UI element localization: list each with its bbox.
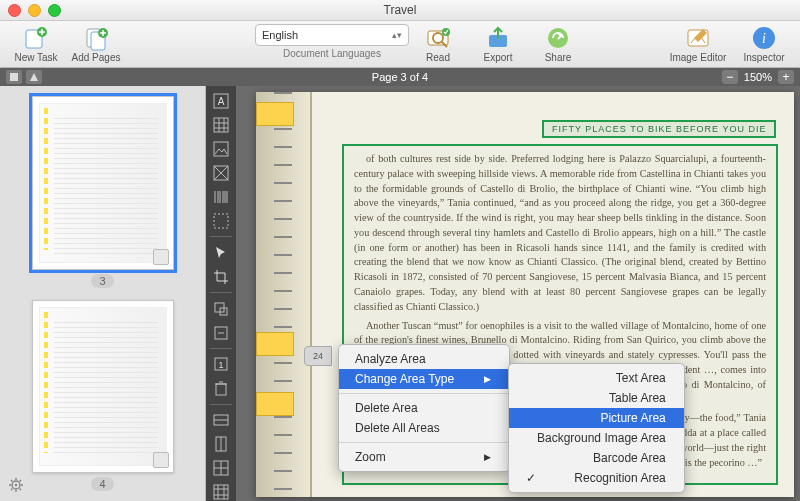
language-caption: Document Languages <box>283 48 381 59</box>
share-label: Share <box>545 52 572 63</box>
tool-pointer[interactable] <box>209 242 233 263</box>
sidebar-gear-button[interactable] <box>6 475 26 495</box>
main-toolbar: New Task Add Pages English ▴▾ Document L… <box>0 21 800 68</box>
thumbnail-page-4[interactable] <box>32 300 174 474</box>
read-icon <box>425 25 451 51</box>
submenu-table-area[interactable]: Table Area <box>509 388 684 408</box>
language-selected: English <box>262 29 298 41</box>
menu-separator <box>339 393 509 394</box>
menu-analyze-area[interactable]: Analyze Area <box>339 349 509 369</box>
tool-order[interactable]: 1 <box>209 354 233 375</box>
export-button[interactable]: Export <box>472 25 524 63</box>
svg-rect-13 <box>10 73 18 81</box>
main-body: 3 4 A 1 <box>0 86 800 501</box>
tool-add-part[interactable] <box>209 298 233 319</box>
document-canvas[interactable]: 24 FIFTY PLACES TO BIKE BEFORE YOU DIE o… <box>236 86 800 501</box>
ruler-marker[interactable]: 24 <box>304 346 332 366</box>
submenu-recognition-area[interactable]: ✓Recognition Area <box>509 468 684 488</box>
sidebar-tab-thumbnails[interactable] <box>6 70 22 84</box>
tool-picture-area[interactable] <box>209 138 233 159</box>
menu-delete-all-areas[interactable]: Delete All Areas <box>339 418 509 438</box>
new-task-button[interactable]: New Task <box>10 25 62 63</box>
thumbnail-sidebar: 3 4 <box>0 86 206 501</box>
tool-text-area[interactable]: A <box>209 90 233 111</box>
tool-barcode-area[interactable] <box>209 186 233 207</box>
add-pages-icon <box>83 25 109 51</box>
area-tools-column: A 1 <box>206 86 236 501</box>
spiral-binding-icon <box>274 92 292 497</box>
tool-delete[interactable] <box>209 378 233 399</box>
submenu-text-area[interactable]: Text Area <box>509 368 684 388</box>
svg-rect-18 <box>214 118 228 132</box>
thumbnail-page-3[interactable] <box>32 96 174 270</box>
tool-recognition-area[interactable] <box>209 210 233 231</box>
submenu-background-image-area[interactable]: Background Image Area <box>509 428 684 448</box>
page-header-area[interactable]: FIFTY PLACES TO BIKE BEFORE YOU DIE <box>542 120 776 138</box>
read-button[interactable]: Read <box>412 25 464 63</box>
new-task-icon <box>23 25 49 51</box>
tool-table-cols[interactable] <box>209 434 233 455</box>
thumbnail-status-icon <box>153 249 169 265</box>
zoom-in-button[interactable]: + <box>778 70 794 84</box>
tool-table-split[interactable] <box>209 482 233 501</box>
zoom-out-button[interactable]: − <box>722 70 738 84</box>
menu-delete-area[interactable]: Delete Area <box>339 398 509 418</box>
inspector-icon: i <box>751 25 777 51</box>
language-group: English ▴▾ Document Languages <box>255 24 409 59</box>
context-menu: Analyze Area Change Area Type▶ Delete Ar… <box>338 344 510 472</box>
export-icon <box>485 25 511 51</box>
svg-rect-19 <box>214 142 228 156</box>
svg-text:A: A <box>218 96 225 107</box>
svg-text:i: i <box>762 31 766 46</box>
thumbnail-number: 4 <box>91 477 113 491</box>
image-editor-icon <box>685 25 711 51</box>
thumbnail-number: 3 <box>91 274 113 288</box>
menu-separator <box>339 442 509 443</box>
svg-text:1: 1 <box>218 360 223 370</box>
submenu-arrow-icon: ▶ <box>484 374 491 384</box>
sidebar-tab-warnings[interactable] <box>26 70 42 84</box>
add-pages-button[interactable]: Add Pages <box>70 25 122 63</box>
page-indicator: Page 3 of 4 <box>0 71 800 83</box>
submenu-picture-area[interactable]: Picture Area <box>509 408 684 428</box>
document-subbar: Page 3 of 4 − 150% + <box>0 68 800 86</box>
inspector-label: Inspector <box>743 52 784 63</box>
page-tab-marker <box>256 332 294 356</box>
share-button[interactable]: Share <box>532 25 584 63</box>
sidebar-tabs <box>6 70 42 84</box>
inspector-button[interactable]: i Inspector <box>738 25 790 63</box>
svg-rect-21 <box>214 214 228 228</box>
submenu-barcode-area[interactable]: Barcode Area <box>509 448 684 468</box>
change-area-type-submenu: Text Area Table Area Picture Area Backgr… <box>508 363 685 493</box>
tool-table-merge[interactable] <box>209 458 233 479</box>
thumbnail-status-icon <box>153 452 169 468</box>
tool-table-area[interactable] <box>209 114 233 135</box>
new-task-label: New Task <box>14 52 57 63</box>
image-editor-button[interactable]: Image Editor <box>666 25 730 63</box>
svg-point-15 <box>15 484 18 487</box>
menu-zoom[interactable]: Zoom▶ <box>339 447 509 467</box>
page-tab-marker <box>256 102 294 126</box>
paragraph: of both cultures rest side by side. Pref… <box>354 152 766 315</box>
export-label: Export <box>484 52 513 63</box>
menu-change-area-type[interactable]: Change Area Type▶ <box>339 369 509 389</box>
window-title: Travel <box>0 3 800 17</box>
titlebar: Travel <box>0 0 800 21</box>
tool-remove-part[interactable] <box>209 322 233 343</box>
share-icon <box>545 25 571 51</box>
submenu-arrow-icon: ▶ <box>484 452 491 462</box>
image-editor-label: Image Editor <box>670 52 727 63</box>
svg-rect-27 <box>216 384 226 395</box>
dropdown-arrows-icon: ▴▾ <box>392 30 402 40</box>
tool-background-area[interactable] <box>209 162 233 183</box>
add-pages-label: Add Pages <box>72 52 121 63</box>
tool-crop[interactable] <box>209 266 233 287</box>
svg-rect-31 <box>214 485 228 499</box>
read-label: Read <box>426 52 450 63</box>
language-select[interactable]: English ▴▾ <box>255 24 409 46</box>
page-tab-marker <box>256 392 294 416</box>
tool-table-rows[interactable] <box>209 410 233 431</box>
zoom-value[interactable]: 150% <box>742 71 774 83</box>
